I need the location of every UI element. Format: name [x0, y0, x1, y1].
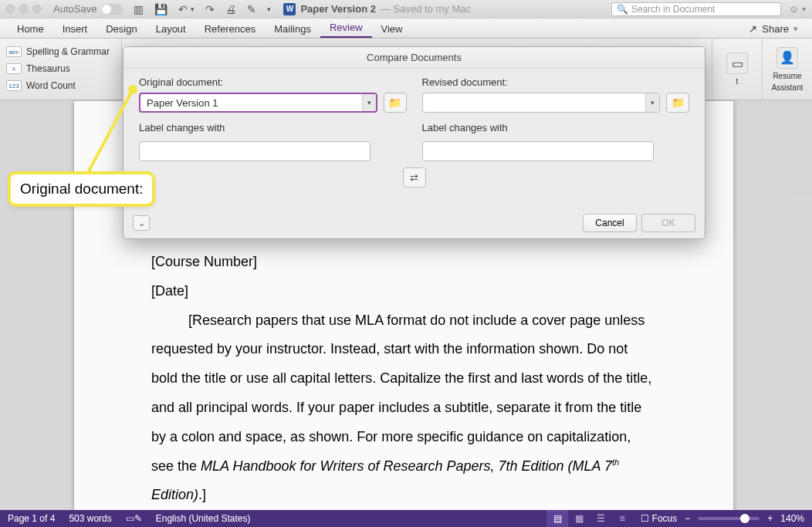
template-icon[interactable]: ▥	[134, 3, 144, 15]
zoom-level[interactable]: 140%	[780, 513, 804, 524]
search-placeholder: Search in Document	[631, 4, 716, 15]
thesaurus-button[interactable]: ≡ Thesaurus	[6, 60, 115, 77]
doc-status: — Saved to my Mac	[381, 3, 471, 15]
page-indicator[interactable]: Page 1 of 4	[8, 513, 55, 524]
tab-home[interactable]: Home	[8, 20, 53, 38]
search-input[interactable]: 🔍 Search in Document	[611, 2, 781, 16]
search-icon: 🔍	[617, 4, 628, 15]
generic-ribbon-icon: ▭	[726, 52, 748, 74]
spelling-label: Spelling & Grammar	[26, 46, 110, 57]
zoom-in-button[interactable]: +	[767, 513, 773, 524]
thesaurus-label: Thesaurus	[26, 63, 70, 74]
minimize-window-icon[interactable]	[19, 5, 28, 13]
word-count-icon: 123	[6, 80, 22, 91]
revised-label-changes-input[interactable]	[422, 141, 654, 161]
tab-layout[interactable]: Layout	[147, 20, 195, 38]
resume-assistant-icon: 👤	[776, 47, 798, 69]
zoom-slider[interactable]	[698, 517, 760, 520]
titlebar: AutoSave ▥ 💾 ↶ ▾ ↷ 🖨 ✎ ▾ W Paper Version…	[0, 0, 812, 19]
ribbon-group-a-label: t	[736, 77, 739, 86]
ribbon-group-a[interactable]: ▭ t	[712, 39, 762, 100]
qat-dropdown-icon[interactable]: ▾	[267, 5, 271, 13]
ribbon-tabs: Home Insert Design Layout References Mai…	[0, 19, 812, 39]
folder-icon: 📁	[672, 96, 685, 109]
revised-label-changes-label: Label changes with	[422, 122, 690, 133]
spelling-icon: abc	[6, 46, 22, 57]
autosave-switch-icon[interactable]	[101, 4, 123, 15]
language-indicator[interactable]: English (United States)	[156, 513, 251, 524]
swap-documents-button[interactable]: ⇄	[403, 167, 426, 187]
resume-l1: Resume	[773, 72, 801, 80]
folder-icon: 📁	[388, 96, 401, 109]
cancel-button[interactable]: Cancel	[583, 214, 637, 232]
revised-browse-button[interactable]: 📁	[666, 93, 689, 113]
undo-dropdown-icon[interactable]: ▾	[191, 5, 195, 13]
resume-assistant-button[interactable]: 👤 Resume Assistant	[762, 39, 812, 100]
status-bar: Page 1 of 4 503 words ▭✎ English (United…	[0, 510, 812, 527]
view-mode-buttons: ▤ ▦ ☰ ≡	[546, 510, 633, 527]
tab-review[interactable]: Review	[320, 19, 372, 38]
original-label-changes-label: Label changes with	[139, 122, 407, 133]
original-browse-button[interactable]: 📁	[384, 93, 407, 113]
zoom-out-button[interactable]: −	[685, 513, 690, 524]
redo-icon[interactable]: ↷	[205, 3, 215, 15]
feedback-dropdown-icon[interactable]: ▾	[802, 5, 806, 13]
select-arrow-icon[interactable]: ▾	[362, 94, 376, 111]
tab-design[interactable]: Design	[96, 20, 146, 38]
outline-view-button[interactable]: ☰	[590, 510, 611, 527]
chevron-down-icon: ⌄	[138, 218, 145, 228]
autosave-toggle[interactable]: AutoSave	[53, 3, 123, 15]
ribbon-right: ▭ t 👤 Resume Assistant	[712, 39, 812, 100]
tab-references[interactable]: References	[195, 20, 265, 38]
word-app-icon: W	[283, 3, 296, 15]
select-arrow-icon[interactable]: ▾	[645, 93, 659, 112]
dialog-title: Compare Documents	[123, 47, 705, 69]
tab-mailings[interactable]: Mailings	[265, 20, 320, 38]
quick-access-toolbar: ▥ 💾 ↶ ▾ ↷ 🖨 ✎ ▾	[134, 3, 271, 15]
original-label-changes-input[interactable]	[139, 141, 370, 161]
draft-view-button[interactable]: ≡	[611, 510, 633, 527]
document-title: W Paper Version 2 — Saved to my Mac	[283, 3, 471, 15]
web-layout-view-button[interactable]: ▦	[568, 510, 590, 527]
revised-document-label: Revised document:	[422, 76, 690, 88]
chevron-down-icon[interactable]: ▾	[793, 24, 798, 34]
resume-l2: Assistant	[772, 83, 804, 92]
revised-column: Revised document: ▾ 📁 Label changes with	[422, 76, 690, 161]
print-layout-view-button[interactable]: ▤	[546, 510, 568, 527]
spellcheck-icon[interactable]: ▭✎	[126, 513, 142, 524]
compare-documents-dialog: Compare Documents Original document: Pap…	[123, 46, 705, 239]
zoom-window-icon[interactable]	[32, 5, 41, 13]
close-window-icon[interactable]	[6, 5, 15, 13]
original-document-value: Paper Version 1	[147, 97, 218, 109]
original-document-label: Original document:	[139, 76, 407, 88]
swap-icon: ⇄	[410, 172, 418, 184]
print-icon[interactable]: 🖨	[225, 3, 236, 15]
thesaurus-icon: ≡	[6, 63, 22, 74]
callout-label: Original document:	[11, 174, 152, 204]
feedback-icon[interactable]: ☺	[789, 3, 799, 15]
edit-icon[interactable]: ✎	[247, 3, 256, 15]
undo-icon[interactable]: ↶	[178, 3, 188, 15]
share-button[interactable]: ↗ Share ▾	[743, 20, 804, 38]
original-document-select[interactable]: Paper Version 1 ▾	[139, 93, 377, 113]
original-column: Original document: Paper Version 1 ▾ 📁 L…	[139, 76, 407, 161]
word-count-label: Word Count	[26, 80, 76, 91]
focus-mode-button[interactable]: ☐ Focus	[641, 513, 677, 524]
word-count-indicator[interactable]: 503 words	[69, 513, 111, 524]
doc-name: Paper Version 2	[300, 3, 376, 15]
autosave-label: AutoSave	[53, 3, 96, 15]
tab-view[interactable]: View	[372, 20, 412, 38]
ok-button[interactable]: OK	[641, 214, 695, 232]
spelling-grammar-button[interactable]: abc Spelling & Grammar	[6, 43, 115, 60]
window-controls	[6, 5, 41, 13]
proofing-group: abc Spelling & Grammar ≡ Thesaurus 123 W…	[0, 39, 122, 100]
revised-document-select[interactable]: ▾	[422, 93, 661, 113]
save-icon[interactable]: 💾	[154, 3, 167, 15]
share-icon: ↗	[749, 23, 757, 35]
expand-options-button[interactable]: ⌄	[133, 215, 150, 231]
tab-insert[interactable]: Insert	[53, 20, 97, 38]
word-count-button[interactable]: 123 Word Count	[6, 77, 115, 94]
share-label: Share	[762, 23, 789, 35]
